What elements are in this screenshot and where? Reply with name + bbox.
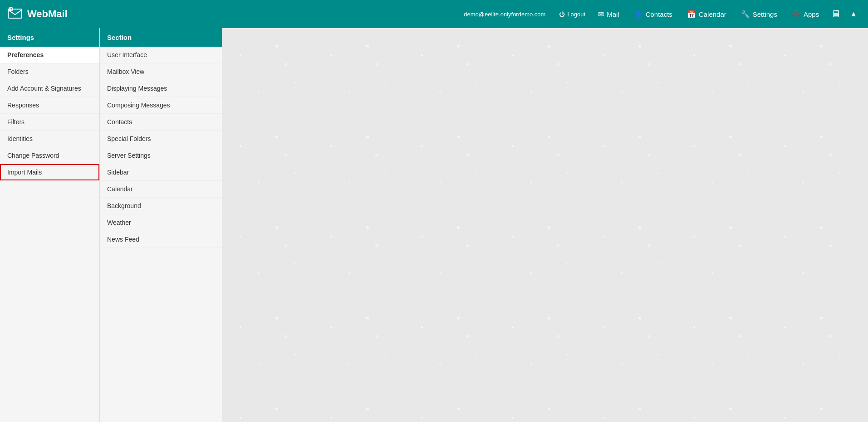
sidebar-item-add-account-label: Add Account & Signatures [7,85,81,92]
section-panel: Section User Interface Mailbox View Disp… [100,28,222,422]
sidebar-item-folders[interactable]: Folders [0,63,99,80]
nav-apps-label: Apps [804,10,819,18]
content-area [222,28,868,422]
section-item-composing-messages[interactable]: Composing Messages [100,97,222,114]
section-item-calendar-label: Calendar [107,185,133,193]
sidebar-item-change-password-label: Change Password [7,152,59,159]
section-item-contacts-label: Contacts [107,118,132,126]
sidebar-item-identities[interactable]: Identities [0,131,99,147]
section-item-special-folders[interactable]: Special Folders [100,131,222,147]
nav-settings[interactable]: 🔧 Settings [735,6,784,22]
section-item-special-folders-label: Special Folders [107,135,151,142]
sidebar-item-identities-label: Identities [7,135,33,142]
sidebar-item-import-mails[interactable]: Import Mails [0,164,99,180]
sidebar-item-preferences[interactable]: Preferences [0,47,99,63]
sidebar-item-preferences-label: Preferences [7,51,44,58]
settings-icon: 🔧 [741,10,750,19]
power-icon: ⏻ [559,11,565,18]
mail-icon: ✉ [598,10,604,19]
sidebar-header: Settings [0,28,99,47]
section-item-composing-messages-label: Composing Messages [107,102,170,109]
section-item-weather[interactable]: Weather [100,214,222,231]
section-item-news-feed-label: News Feed [107,236,139,243]
section-item-mailbox-view-label: Mailbox View [107,68,144,75]
section-item-server-settings[interactable]: Server Settings [100,147,222,164]
nav-calendar-label: Calendar [699,10,726,18]
nav-mail[interactable]: ✉ Mail [592,6,626,22]
sidebar-item-filters-label: Filters [7,118,25,126]
sidebar: Settings Preferences Folders Add Account… [0,28,100,422]
chevron-up-icon[interactable]: ▲ [846,6,861,22]
section-item-news-feed[interactable]: News Feed [100,231,222,248]
section-item-displaying-messages[interactable]: Displaying Messages [100,80,222,97]
apps-icon: ➕ [792,10,801,19]
logo-icon [7,5,23,23]
topbar: WebMail demo@eelite.onlyfordemo.com ⏻ Lo… [0,0,868,28]
section-item-background-label: Background [107,202,141,209]
section-item-calendar[interactable]: Calendar [100,181,222,198]
user-email: demo@eelite.onlyfordemo.com [464,11,545,18]
nav-mail-label: Mail [607,10,619,18]
section-header: Section [100,28,222,47]
nav-contacts[interactable]: 👤 Contacts [628,6,679,22]
nav-settings-label: Settings [753,10,777,18]
nav-contacts-label: Contacts [646,10,672,18]
monitor-button[interactable]: 🖥 [827,5,844,24]
sidebar-item-add-account[interactable]: Add Account & Signatures [0,80,99,97]
calendar-icon: 📅 [687,10,696,19]
sidebar-item-change-password[interactable]: Change Password [0,147,99,164]
section-item-user-interface[interactable]: User Interface [100,47,222,63]
sidebar-item-responses-label: Responses [7,102,39,109]
section-item-sidebar-label: Sidebar [107,169,129,176]
topbar-left: WebMail [7,5,68,23]
section-item-user-interface-label: User Interface [107,51,147,58]
logout-label: Logout [567,11,585,18]
section-item-server-settings-label: Server Settings [107,152,151,159]
section-item-sidebar[interactable]: Sidebar [100,164,222,181]
section-item-mailbox-view[interactable]: Mailbox View [100,63,222,80]
section-item-displaying-messages-label: Displaying Messages [107,85,167,92]
section-item-background[interactable]: Background [100,198,222,214]
logout-button[interactable]: ⏻ Logout [554,7,590,21]
sidebar-item-responses[interactable]: Responses [0,97,99,114]
app-title: WebMail [27,8,68,20]
section-item-contacts[interactable]: Contacts [100,114,222,131]
topbar-right: demo@eelite.onlyfordemo.com ⏻ Logout ✉ M… [464,5,861,24]
sidebar-item-filters[interactable]: Filters [0,114,99,131]
sidebar-item-folders-label: Folders [7,68,29,75]
section-item-weather-label: Weather [107,219,131,226]
sidebar-item-import-mails-label: Import Mails [7,169,42,176]
main-layout: Settings Preferences Folders Add Account… [0,28,868,422]
contacts-icon: 👤 [634,10,643,19]
nav-calendar[interactable]: 📅 Calendar [681,6,733,22]
nav-apps[interactable]: ➕ Apps [785,6,825,22]
